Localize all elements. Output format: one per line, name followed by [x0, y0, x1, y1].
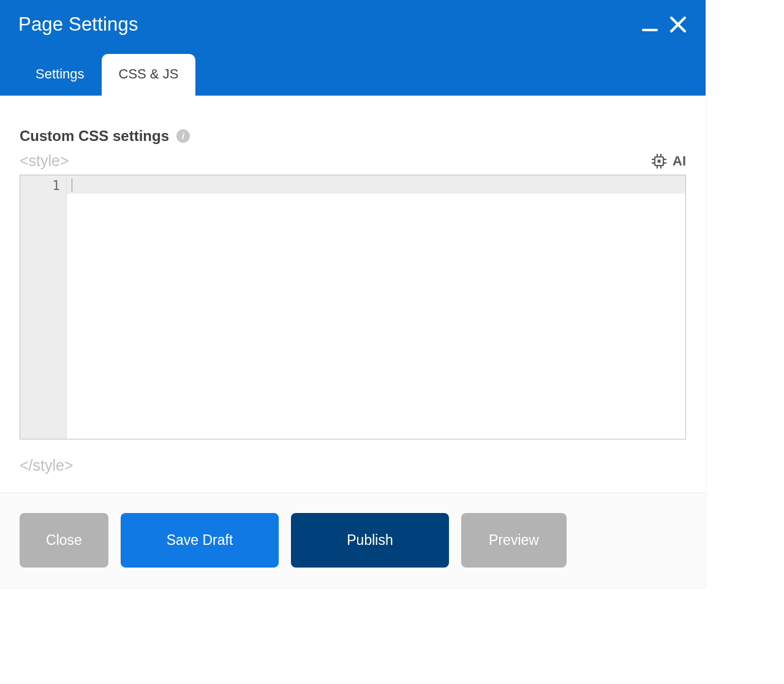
tab-bar: Settings CSS & JS	[0, 54, 706, 96]
ai-assist-button[interactable]: AI	[650, 153, 686, 170]
active-line-highlight	[67, 175, 685, 194]
tab-css-js[interactable]: CSS & JS	[102, 54, 196, 96]
style-close-tag: </style>	[20, 457, 686, 474]
dialog-title: Page Settings	[18, 13, 138, 36]
window-controls	[642, 15, 687, 34]
publish-button[interactable]: Publish	[291, 513, 449, 568]
info-icon[interactable]: i	[176, 129, 190, 143]
css-code-editor[interactable]: 1	[20, 175, 686, 439]
ai-label: AI	[673, 153, 686, 169]
editor-top-row: <style> AI	[20, 152, 686, 170]
dialog-footer: Close Save Draft Publish Preview	[0, 493, 706, 587]
close-icon	[669, 15, 687, 34]
tab-settings[interactable]: Settings	[18, 54, 102, 96]
dialog-content: Custom CSS settings i <style> AI	[0, 96, 706, 493]
save-draft-button[interactable]: Save Draft	[121, 513, 279, 568]
text-cursor	[72, 178, 72, 192]
dialog-header: Page Settings Settings CSS & JS	[0, 0, 706, 96]
page-settings-dialog: Page Settings Settings CSS & JS	[0, 0, 706, 587]
chip-icon	[650, 153, 668, 170]
line-gutter: 1	[20, 175, 67, 439]
section-title: Custom CSS settings	[20, 127, 169, 145]
svg-rect-4	[658, 159, 661, 162]
close-window-button[interactable]	[669, 15, 687, 34]
code-area[interactable]	[67, 175, 685, 439]
style-open-tag: <style>	[20, 152, 69, 170]
close-button[interactable]: Close	[20, 513, 108, 568]
line-number: 1	[20, 177, 66, 194]
section-header: Custom CSS settings i	[20, 127, 686, 145]
minimize-button[interactable]	[642, 17, 658, 32]
header-top-row: Page Settings	[0, 0, 706, 36]
preview-button[interactable]: Preview	[461, 513, 567, 568]
minimize-icon	[642, 17, 658, 32]
